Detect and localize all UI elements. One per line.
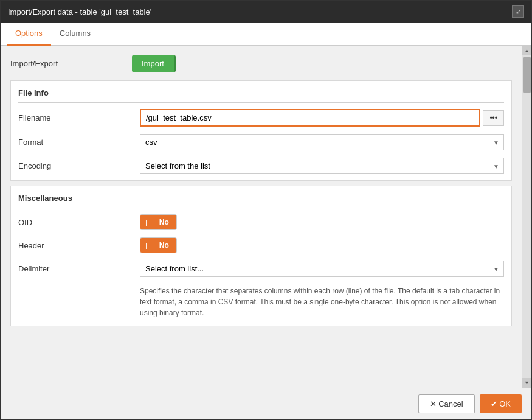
title-bar-buttons: ⤢	[512, 5, 524, 18]
tab-options[interactable]: Options	[7, 23, 51, 46]
file-info-section: File Info Filename ••• Format	[10, 80, 512, 181]
format-select[interactable]: csv text binary	[140, 134, 504, 150]
cancel-button[interactable]: ✕ Cancel	[418, 394, 475, 413]
divider-2	[18, 208, 504, 208]
scroll-down-arrow[interactable]: ▼	[522, 378, 532, 388]
title-bar: Import/Export data - table 'gui_test_tab…	[1, 1, 531, 23]
maximize-button[interactable]: ⤢	[512, 5, 524, 18]
import-export-label: Import/Export	[10, 59, 132, 68]
tabs-bar: Options Columns	[1, 23, 531, 46]
encoding-select-wrapper: Select from the list	[140, 158, 504, 174]
scrollbar-thumb[interactable]	[523, 57, 531, 93]
format-label: Format	[18, 138, 140, 147]
browse-button[interactable]: •••	[483, 110, 504, 126]
encoding-row: Encoding Select from the list	[18, 154, 504, 178]
footer: ✕ Cancel ✔ OK	[1, 388, 531, 419]
import-export-row: Import/Export Import	[10, 52, 512, 75]
oid-control: | No	[140, 214, 504, 230]
header-label: Header	[18, 241, 140, 250]
content-area: Import/Export Import File Info Filename	[1, 46, 531, 388]
encoding-control: Select from the list	[140, 158, 504, 174]
oid-toggle[interactable]: | No	[140, 214, 177, 230]
delimiter-row: Delimiter Select from list...	[18, 257, 504, 281]
delimiter-select[interactable]: Select from list...	[140, 261, 504, 277]
filename-label: Filename	[18, 113, 140, 122]
filename-input[interactable]	[140, 109, 480, 127]
delimiter-description: Specifies the character that separates c…	[18, 281, 504, 323]
window-title: Import/Export data - table 'gui_test_tab…	[8, 7, 151, 16]
oid-toggle-icon: |	[140, 215, 152, 229]
scroll-area: Import/Export Import File Info Filename	[1, 46, 522, 388]
encoding-select[interactable]: Select from the list	[140, 158, 504, 174]
format-control: csv text binary	[140, 134, 504, 150]
format-row: Format csv text binary	[18, 130, 504, 154]
header-row: Header | No	[18, 234, 504, 257]
miscellaneous-section: Miscellaneous OID | No	[10, 186, 512, 326]
oid-toggle-label: No	[152, 215, 176, 229]
encoding-label: Encoding	[18, 161, 140, 170]
file-info-title: File Info	[18, 83, 504, 100]
miscellaneous-title: Miscellaneous	[18, 189, 504, 205]
header-control: | No	[140, 237, 504, 253]
delimiter-label: Delimiter	[18, 264, 140, 273]
dialog-window: Import/Export data - table 'gui_test_tab…	[0, 0, 532, 420]
scrollbar[interactable]: ▲ ▼	[522, 46, 531, 388]
divider-1	[18, 102, 504, 103]
oid-row: OID | No	[18, 211, 504, 234]
delimiter-control: Select from list...	[140, 261, 504, 277]
filename-row: Filename •••	[18, 105, 504, 130]
header-toggle-icon: |	[140, 238, 152, 253]
import-export-control: Import	[132, 55, 512, 72]
filename-control: •••	[140, 109, 504, 127]
scroll-up-arrow[interactable]: ▲	[522, 46, 532, 55]
format-select-wrapper: csv text binary	[140, 134, 504, 150]
ok-button[interactable]: ✔ OK	[480, 394, 522, 413]
import-button[interactable]: Import	[132, 55, 176, 72]
oid-label: OID	[18, 218, 140, 227]
delimiter-select-wrapper: Select from list...	[140, 261, 504, 277]
header-toggle[interactable]: | No	[140, 237, 177, 253]
form-body: Import/Export Import File Info Filename	[1, 46, 522, 337]
tab-columns[interactable]: Columns	[51, 23, 99, 46]
header-toggle-label: No	[152, 238, 176, 253]
